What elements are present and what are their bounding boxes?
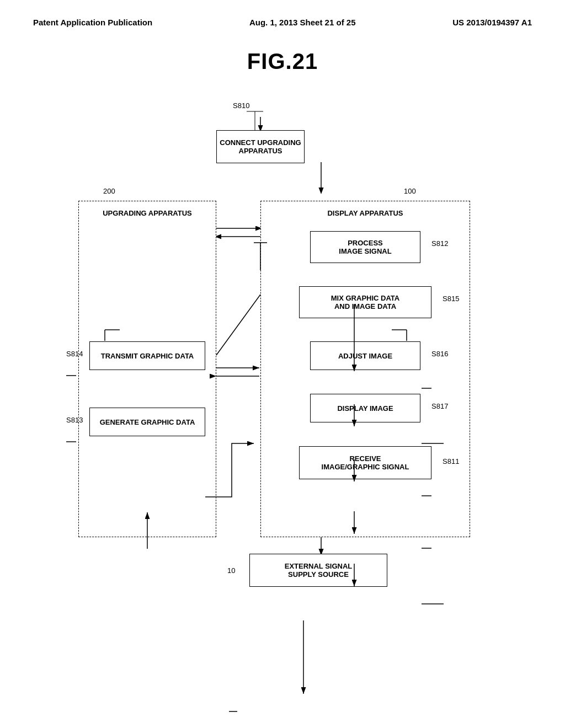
diagram-container: S810 CONNECT UPGRADING APPARATUS 200 100… (45, 101, 520, 653)
step-s811-label: S811 (443, 457, 459, 465)
mix-graphic-box: MIX GRAPHIC DATA AND IMAGE DATA (299, 286, 431, 318)
label-10: 10 (227, 566, 235, 575)
step-s814-label: S814 (66, 350, 83, 358)
step-s815-label: S815 (443, 295, 459, 303)
page-header: Patent Application Publication Aug. 1, 2… (0, 0, 565, 27)
receive-image-box: RECEIVE IMAGE/GRAPHIC SIGNAL (299, 446, 431, 479)
process-image-box: PROCESS IMAGE SIGNAL (310, 231, 420, 263)
transmit-graphic-box: TRANSMIT GRAPHIC DATA (89, 341, 205, 370)
display-image-box: DISPLAY IMAGE (310, 394, 420, 422)
step-s812-label: S812 (431, 239, 448, 248)
external-signal-box: EXTERNAL SIGNAL SUPPLY SOURCE (249, 554, 387, 587)
patent-number: US 2013/0194397 A1 (452, 18, 532, 27)
step-s813-label: S813 (66, 416, 83, 424)
display-apparatus-title: DISPLAY APPARATUS (271, 209, 459, 217)
sheet-info: Aug. 1, 2013 Sheet 21 of 25 (249, 18, 356, 27)
step-s816-label: S816 (431, 350, 448, 358)
generate-graphic-box: GENERATE GRAPHIC DATA (89, 408, 205, 436)
figure-title: FIG.21 (0, 49, 565, 74)
step-s810-label: S810 (233, 101, 249, 110)
label-100: 100 (404, 187, 416, 195)
label-200: 200 (103, 187, 115, 195)
connect-upgrading-box: CONNECT UPGRADING APPARATUS (216, 130, 305, 163)
svg-line-10 (216, 295, 260, 355)
step-s817-label: S817 (431, 402, 448, 410)
publication-label: Patent Application Publication (33, 18, 152, 27)
adjust-image-box: ADJUST IMAGE (310, 341, 420, 370)
upgrading-apparatus-title: UPGRADING APPARATUS (89, 209, 205, 217)
